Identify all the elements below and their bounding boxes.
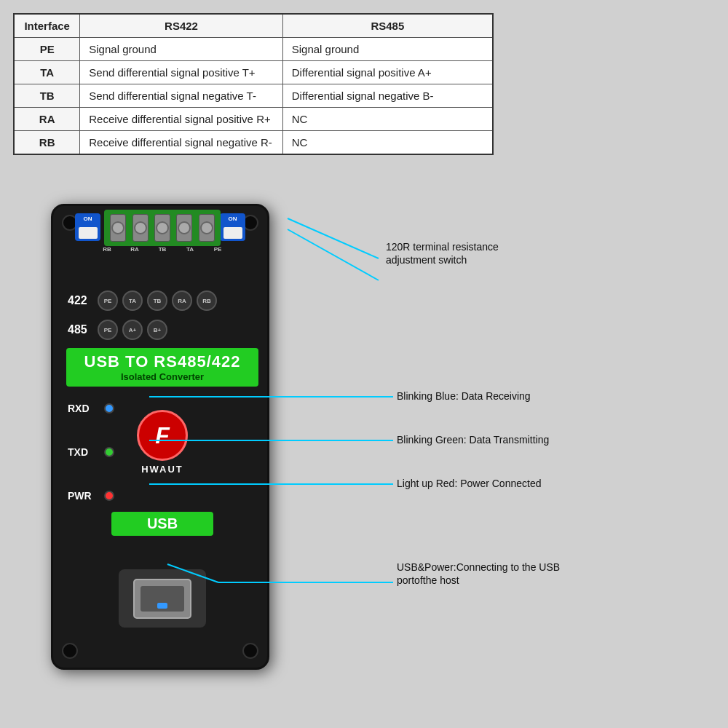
dip-switch-left-label: ON xyxy=(84,215,92,222)
logo-circle: F xyxy=(137,410,188,461)
annotation-terminal-resistance: 120R terminal resistanceadjustment switc… xyxy=(386,240,499,266)
table-cell-rs422-0: Signal ground xyxy=(80,38,282,61)
table-cell-rs485-1: Differential signal positive A+ xyxy=(282,61,493,84)
table-cell-pin-1: TA xyxy=(14,61,80,84)
led-row-rxd: RXD xyxy=(68,403,114,414)
main-label-sub: Isolated Converter xyxy=(74,371,251,382)
dip-switch-left-knob xyxy=(79,227,98,239)
pin-badge-aplus-485: A+ xyxy=(122,320,143,340)
usb-connector xyxy=(133,579,191,619)
led-dot-pwr xyxy=(104,491,114,501)
pin-badge-pe-422: PE xyxy=(98,290,118,311)
led-dot-rxd xyxy=(104,403,114,414)
terminal-pin-ra xyxy=(132,214,149,242)
annotation-pwr: Light up Red: Power Connected xyxy=(397,477,541,490)
led-dot-txd xyxy=(104,447,114,457)
mount-hole-br xyxy=(242,643,258,659)
row-485: 485 PE A+ B+ xyxy=(68,319,167,341)
pin-badge-ta-422: TA xyxy=(122,290,143,311)
pin-label-ra: RA xyxy=(127,246,143,253)
table-cell-rs422-2: Send differential signal negative T- xyxy=(80,84,282,108)
table-cell-rs485-4: NC xyxy=(282,131,493,155)
led-row-txd: TXD xyxy=(68,446,114,458)
pin-label-ta: TA xyxy=(182,246,198,253)
led-label-rxd: RXD xyxy=(68,403,97,414)
logo-brand: HWAUT xyxy=(141,464,183,475)
mount-hole-bl xyxy=(62,643,78,659)
pin-badge-bplus-485: B+ xyxy=(147,320,167,340)
main-label-box: USB TO RS485/422 Isolated Converter xyxy=(66,348,258,387)
table-cell-rs485-3: NC xyxy=(282,108,493,131)
led-row-pwr: PWR xyxy=(68,490,114,502)
usb-label-text: USB xyxy=(147,515,178,531)
row-485-label: 485 xyxy=(68,323,93,336)
usb-port xyxy=(119,569,206,628)
terminal-pin-pe xyxy=(199,214,215,242)
table-cell-pin-3: RA xyxy=(14,108,80,131)
row-422-label: 422 xyxy=(68,294,93,307)
table-cell-pin-2: TB xyxy=(14,84,80,108)
dip-switch-right-label: ON xyxy=(229,215,237,222)
annotation-terminal-text: 120R terminal resistanceadjustment switc… xyxy=(386,241,499,266)
pin-badge-pe-485: PE xyxy=(98,320,118,340)
terminal-pin-tb xyxy=(154,214,170,242)
annotation-txd: Blinking Green: Data Transmitting xyxy=(397,433,549,446)
table-cell-rs422-3: Receive differential signal positive R+ xyxy=(80,108,282,131)
table-cell-rs422-1: Send differential signal positive T+ xyxy=(80,61,282,84)
annotation-txd-text: Blinking Green: Data Transmitting xyxy=(397,434,549,446)
pin-badge-ra-422: RA xyxy=(172,290,192,311)
row-422: 422 PE TA TB RA RB xyxy=(68,290,217,312)
table-cell-pin-4: RB xyxy=(14,131,80,155)
main-label-title: USB TO RS485/422 xyxy=(74,352,251,371)
annotation-usb-text: USB&Power:Connecting to the USBportofthe… xyxy=(397,561,560,586)
annotation-rxd: Blinking Blue: Data Receiving xyxy=(397,389,531,403)
table-cell-rs485-2: Differential signal negative B- xyxy=(282,84,493,108)
led-label-txd: TXD xyxy=(68,446,97,458)
pin-badge-rb-422: RB xyxy=(197,290,217,311)
pin-label-tb: TB xyxy=(154,246,170,253)
table-row: PE Signal ground Signal ground xyxy=(14,38,493,61)
logo-area: F HWAUT xyxy=(115,410,210,475)
terminal-pin-ta xyxy=(176,214,192,242)
table-row: TA Send differential signal positive T+ … xyxy=(14,61,493,84)
dip-switch-right-knob xyxy=(223,227,242,239)
dip-switch-left: ON xyxy=(75,213,100,241)
annotation-usb: USB&Power:Connecting to the USBportofthe… xyxy=(397,561,560,587)
table-row: RA Receive differential signal positive … xyxy=(14,108,493,131)
annotation-rxd-text: Blinking Blue: Data Receiving xyxy=(397,390,531,402)
pin-badge-tb-422: TB xyxy=(147,290,167,311)
led-label-pwr: PWR xyxy=(68,490,97,502)
table-row: RB Receive differential signal negative … xyxy=(14,131,493,155)
table-cell-rs422-4: Receive differential signal negative R- xyxy=(80,131,282,155)
table-cell-pin-0: PE xyxy=(14,38,80,61)
dip-switch-right: ON xyxy=(220,213,245,241)
terminal-pin-rb xyxy=(110,214,126,242)
pin-label-pe: PE xyxy=(210,246,226,253)
col-header-rs485: RS485 xyxy=(282,14,493,38)
interface-table: Interface RS422 RS485 PE Signal ground S… xyxy=(13,13,494,155)
table-row: TB Send differential signal negative T- … xyxy=(14,84,493,108)
usb-inner xyxy=(141,586,184,612)
usb-label-box: USB xyxy=(111,512,213,536)
interface-table-container: Interface RS422 RS485 PE Signal ground S… xyxy=(13,13,494,155)
device-body: ON ON RB RA TB TA PE 422 PE TA xyxy=(51,204,269,670)
col-header-rs422: RS422 xyxy=(80,14,282,38)
pin-label-rb: RB xyxy=(99,246,115,253)
table-cell-rs485-0: Signal ground xyxy=(282,38,493,61)
annotation-pwr-text: Light up Red: Power Connected xyxy=(397,478,541,489)
col-header-interface: Interface xyxy=(14,14,80,38)
pin-labels: RB RA TB TA PE xyxy=(93,246,232,253)
device-container: ON ON RB RA TB TA PE 422 PE TA xyxy=(29,175,335,699)
terminal-block xyxy=(104,210,221,246)
